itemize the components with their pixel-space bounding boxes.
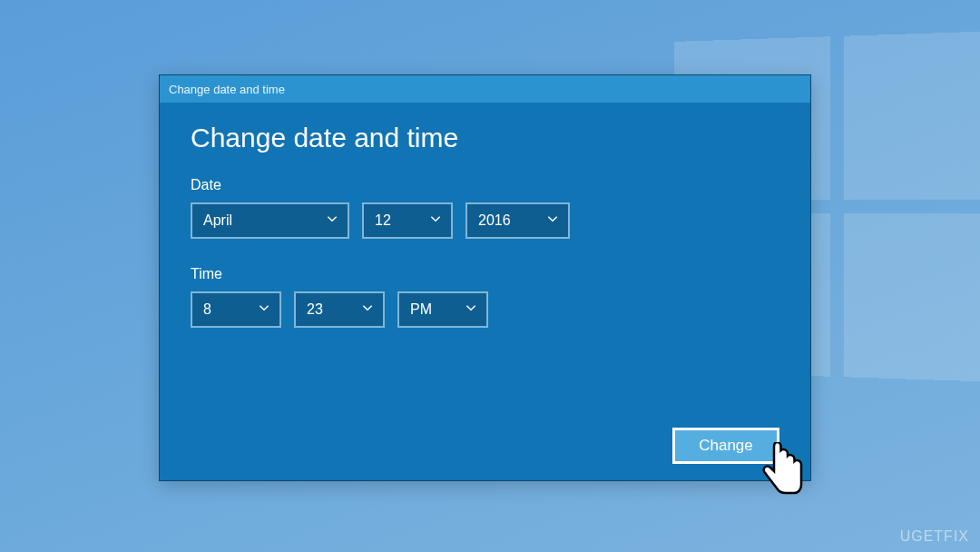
date-row: April 12 2016 bbox=[191, 202, 779, 239]
chevron-down-icon bbox=[361, 301, 374, 318]
date-label: Date bbox=[191, 177, 779, 193]
chevron-down-icon bbox=[326, 212, 338, 229]
dialog-content: Change date and time Date April 12 2016 bbox=[160, 103, 810, 480]
minute-value: 23 bbox=[307, 301, 323, 318]
titlebar-text: Change date and time bbox=[169, 83, 285, 96]
time-row: 8 23 PM bbox=[191, 291, 779, 328]
dialog-heading: Change date and time bbox=[191, 123, 779, 153]
change-button[interactable]: Change bbox=[672, 428, 779, 464]
change-button-label: Change bbox=[699, 437, 753, 455]
year-select[interactable]: 2016 bbox=[466, 202, 570, 239]
ampm-select[interactable]: PM bbox=[397, 291, 488, 328]
time-label: Time bbox=[191, 266, 779, 282]
hour-select[interactable]: 8 bbox=[191, 291, 281, 328]
dialog-titlebar[interactable]: Change date and time bbox=[160, 75, 810, 103]
ampm-value: PM bbox=[410, 301, 432, 318]
month-value: April bbox=[203, 212, 232, 229]
chevron-down-icon bbox=[465, 301, 477, 318]
month-select[interactable]: April bbox=[191, 202, 349, 239]
minute-select[interactable]: 23 bbox=[294, 291, 385, 328]
day-value: 12 bbox=[375, 212, 391, 229]
chevron-down-icon bbox=[258, 301, 270, 318]
year-value: 2016 bbox=[478, 212, 511, 229]
date-time-dialog: Change date and time Change date and tim… bbox=[159, 74, 811, 481]
day-select[interactable]: 12 bbox=[362, 202, 453, 239]
hour-value: 8 bbox=[203, 301, 211, 318]
dialog-footer: Change bbox=[191, 428, 779, 464]
chevron-down-icon bbox=[546, 212, 559, 229]
watermark-text: UGETFIX bbox=[900, 528, 969, 545]
chevron-down-icon bbox=[429, 212, 442, 229]
